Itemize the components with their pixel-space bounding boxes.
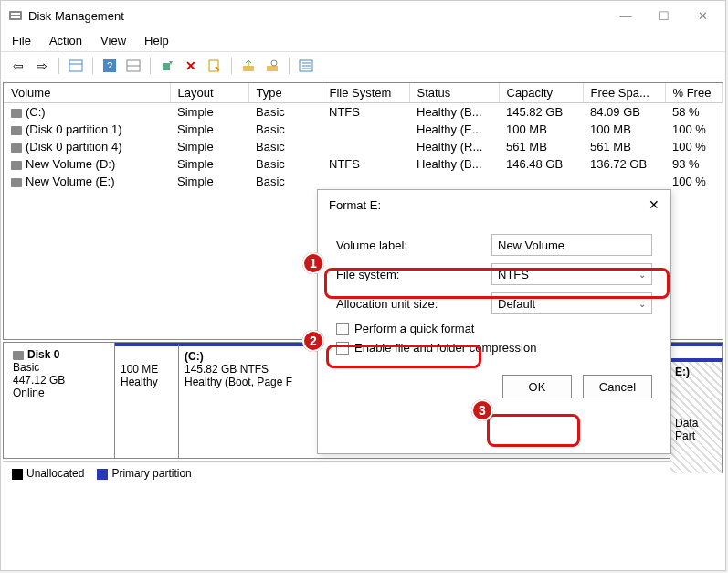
cancel-button[interactable]: Cancel (583, 375, 652, 398)
svg-rect-2 (11, 16, 20, 18)
disk-management-window: Disk Management — ☐ ✕ File Action View H… (0, 0, 726, 571)
compression-checkbox[interactable] (336, 342, 349, 355)
file-system-lbl: File system: (336, 268, 491, 281)
chevron-down-icon: ⌄ (638, 299, 646, 309)
partition-0[interactable]: 100 ME Healthy (115, 343, 179, 458)
back-icon[interactable]: ⇦ (8, 56, 28, 76)
annotation-1: 1 (302, 252, 324, 274)
col-filesystem[interactable]: File System (322, 83, 409, 103)
volume-icon (11, 178, 22, 187)
volume-icon (11, 126, 22, 135)
disk-info[interactable]: Disk 0 Basic 447.12 GB Online (4, 343, 115, 458)
table-header-row: Volume Layout Type File System Status Ca… (4, 83, 723, 103)
table-row[interactable]: New Volume (D:)SimpleBasicNTFSHealthy (B… (4, 155, 723, 173)
forward-icon[interactable]: ⇨ (32, 56, 52, 76)
quick-format-checkbox[interactable] (336, 323, 349, 335)
svg-rect-10 (209, 60, 218, 71)
view-icon[interactable] (66, 56, 86, 76)
titlebar: Disk Management — ☐ ✕ (1, 1, 725, 30)
menu-action[interactable]: Action (49, 34, 82, 48)
menubar: File Action View Help (1, 30, 725, 51)
svg-point-13 (271, 60, 277, 66)
col-volume[interactable]: Volume (4, 83, 170, 103)
legend-unallocated-swatch (12, 469, 23, 480)
window-title: Disk Management (28, 9, 617, 23)
menu-file[interactable]: File (12, 34, 31, 48)
disk-icon (13, 351, 24, 360)
ok-button[interactable]: OK (502, 375, 572, 398)
legend-primary: Primary partition (111, 467, 191, 480)
allocation-unit-lbl: Allocation unit size: (336, 297, 491, 311)
col-capacity[interactable]: Capacity (499, 83, 583, 103)
table-row[interactable]: New Volume (E:)SimpleBasic100 % (4, 173, 723, 190)
format-dialog: Format E: ✕ Volume label: New Volume Fil… (317, 189, 671, 454)
svg-rect-11 (243, 66, 254, 71)
annotation-2: 2 (302, 330, 324, 352)
legend-primary-swatch (97, 469, 108, 480)
file-system-select[interactable]: NTFS⌄ (491, 263, 652, 285)
volume-label-input[interactable]: New Volume (491, 234, 652, 256)
legend-unallocated: Unallocated (26, 467, 84, 480)
layout-icon[interactable] (123, 56, 143, 76)
close-button[interactable]: ✕ (694, 7, 711, 24)
toolbar: ⇦ ⇨ ? ✕ (1, 51, 725, 80)
table-row[interactable]: (Disk 0 partition 1)SimpleBasicHealthy (… (4, 121, 723, 138)
partition-e[interactable]: E:) Data Part (670, 358, 723, 473)
svg-rect-0 (9, 11, 22, 20)
col-type[interactable]: Type (248, 83, 322, 103)
app-icon (8, 8, 23, 23)
dialog-close-icon[interactable]: ✕ (649, 197, 659, 212)
annotation-3: 3 (471, 399, 493, 421)
minimize-button[interactable]: — (617, 7, 634, 24)
dialog-title: Format E: (329, 198, 649, 212)
svg-text:?: ? (107, 60, 112, 71)
col-pctfree[interactable]: % Free (665, 83, 723, 103)
volume-icon (11, 143, 22, 153)
list-icon[interactable] (296, 56, 316, 76)
delete-icon[interactable]: ✕ (181, 56, 201, 76)
disk-name: Disk 0 (27, 348, 59, 361)
disk-status: Online (13, 387, 45, 399)
col-layout[interactable]: Layout (170, 83, 248, 103)
refresh-icon[interactable] (157, 56, 177, 76)
volume-icon (11, 161, 22, 170)
svg-rect-9 (163, 63, 170, 70)
disk-size: 447.12 GB (13, 374, 65, 387)
table-row[interactable]: (C:)SimpleBasicNTFSHealthy (B...145.82 G… (4, 103, 723, 122)
quick-format-label: Perform a quick format (354, 322, 475, 335)
volume-icon (11, 109, 22, 118)
volume-label-lbl: Volume label: (336, 239, 491, 252)
svg-rect-1 (11, 13, 20, 15)
col-status[interactable]: Status (409, 83, 499, 103)
help-icon[interactable]: ? (100, 56, 120, 76)
allocation-unit-select[interactable]: Default⌄ (491, 292, 652, 314)
chevron-down-icon: ⌄ (638, 270, 646, 280)
svg-rect-3 (69, 60, 82, 71)
search-icon[interactable] (262, 56, 282, 76)
table-row[interactable]: (Disk 0 partition 4)SimpleBasicHealthy (… (4, 138, 723, 155)
import-icon[interactable] (238, 56, 258, 76)
menu-help[interactable]: Help (144, 34, 169, 48)
disk-type: Basic (13, 361, 39, 374)
svg-rect-12 (267, 66, 278, 71)
properties-icon[interactable] (205, 56, 225, 76)
col-free[interactable]: Free Spa... (583, 83, 665, 103)
legend: Unallocated Primary partition (3, 461, 723, 485)
menu-view[interactable]: View (100, 34, 126, 48)
compression-label: Enable file and folder compression (354, 341, 536, 355)
maximize-button[interactable]: ☐ (656, 7, 672, 24)
